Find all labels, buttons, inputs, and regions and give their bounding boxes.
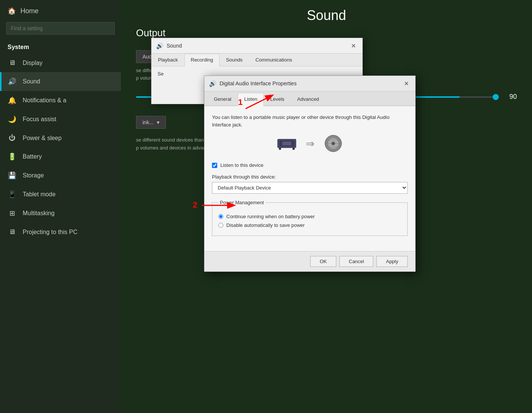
sidebar-item-sound[interactable]: 🔊 Sound xyxy=(0,72,121,91)
sidebar-item-power[interactable]: ⏻ Power & sleep xyxy=(0,129,121,147)
power-icon: ⏻ xyxy=(8,134,17,142)
sidebar: 🏠 Home System 🖥 Display 🔊 Sound 🔔 Notifi… xyxy=(0,0,121,413)
radio-disable-label[interactable]: Disable automatically to save power xyxy=(226,222,305,228)
page-title: Sound xyxy=(136,8,517,23)
sound-dialog-close[interactable]: ✕ xyxy=(349,41,358,50)
sidebar-item-label: Power & sleep xyxy=(23,135,62,142)
arrow-icon: ⇒ xyxy=(306,137,314,150)
projecting-icon: 🖥 xyxy=(8,228,17,236)
tab-playback[interactable]: Playback xyxy=(152,54,184,66)
dai-body: You can listen to a portable music playe… xyxy=(204,106,415,251)
radio-disable-input[interactable] xyxy=(218,223,223,228)
ok-button[interactable]: OK xyxy=(310,256,336,267)
search-input[interactable] xyxy=(6,22,115,35)
sidebar-item-label: Display xyxy=(23,60,42,66)
sidebar-item-focus[interactable]: 🌙 Focus assist xyxy=(0,110,121,129)
sidebar-item-storage[interactable]: 💾 Storage xyxy=(0,166,121,185)
dai-tab-advanced[interactable]: Advanced xyxy=(291,93,326,105)
dai-dialog-footer: OK Cancel Apply xyxy=(204,251,415,271)
listen-checkbox-row: Listen to this device xyxy=(212,162,408,168)
sound-dialog-tabs: Playback Recording Sounds Communications xyxy=(152,54,362,66)
dai-title-bar: 🔊 Digital Audio Interface Properties ✕ xyxy=(204,76,415,91)
link-button[interactable]: ink... ▾ xyxy=(136,116,166,129)
svg-point-4 xyxy=(292,148,295,150)
playback-select[interactable]: Default Playback Device xyxy=(212,182,408,194)
svg-rect-2 xyxy=(282,142,291,145)
sidebar-item-tablet[interactable]: 📱 Tablet mode xyxy=(0,185,121,204)
sound-icon: 🔊 xyxy=(8,77,17,86)
focus-icon: 🌙 xyxy=(8,115,17,123)
radio-disable: Disable automatically to save power xyxy=(218,222,401,228)
system-section-title: System xyxy=(0,39,121,54)
volume-slider-thumb xyxy=(493,94,499,100)
sidebar-item-label: Tablet mode xyxy=(23,191,56,198)
dai-icons-row: ⇒ xyxy=(212,136,408,151)
dai-description: You can listen to a portable music playe… xyxy=(212,114,408,128)
dai-tab-levels[interactable]: Levels xyxy=(264,93,291,105)
dai-dialog: 🔊 Digital Audio Interface Properties ✕ G… xyxy=(204,76,416,272)
radio-continue-label[interactable]: Continue running when on battery power xyxy=(226,214,315,219)
listen-checkbox-label[interactable]: Listen to this device xyxy=(220,162,263,168)
sidebar-item-label: Multitasking xyxy=(23,210,54,217)
sidebar-item-label: Battery xyxy=(23,153,42,160)
radio-continue: Continue running when on battery power xyxy=(218,214,401,219)
home-icon: 🏠 xyxy=(8,7,16,15)
sidebar-item-label: Notifications & a xyxy=(23,97,66,104)
radio-continue-input[interactable] xyxy=(218,214,223,219)
power-mgmt-legend: Power Management xyxy=(218,200,265,205)
sidebar-item-label: Projecting to this PC xyxy=(23,229,77,236)
sidebar-item-multitasking[interactable]: ⊞ Multitasking xyxy=(0,204,121,223)
dai-icon: 🔊 xyxy=(209,80,217,87)
sidebar-item-label: Sound xyxy=(23,78,40,85)
sound-dialog-title: Sound xyxy=(167,43,346,49)
dai-tabs: General Listen Levels Advanced xyxy=(204,91,415,106)
tab-recording[interactable]: Recording xyxy=(184,54,220,66)
link-btn-label: ink... xyxy=(142,119,154,125)
tab-sounds[interactable]: Sounds xyxy=(220,54,249,66)
listen-checkbox[interactable] xyxy=(212,163,217,168)
power-management-group: Power Management Continue running when o… xyxy=(212,200,408,236)
apply-button[interactable]: Apply xyxy=(376,256,408,267)
cancel-button[interactable]: Cancel xyxy=(339,256,373,267)
svg-point-3 xyxy=(279,148,281,150)
sidebar-search-container xyxy=(6,22,115,35)
volume-value: 90 xyxy=(502,93,517,101)
output-device-icon xyxy=(322,136,345,151)
sound-dialog-icon: 🔊 xyxy=(156,42,164,49)
sidebar-item-projecting[interactable]: 🖥 Projecting to this PC xyxy=(0,223,121,241)
dai-close-button[interactable]: ✕ xyxy=(402,79,411,88)
dai-title-text: Digital Audio Interface Properties xyxy=(220,80,399,86)
tablet-icon: 📱 xyxy=(8,190,17,199)
multitasking-icon: ⊞ xyxy=(8,209,17,217)
chevron-down-icon2: ▾ xyxy=(157,119,159,125)
sidebar-item-battery[interactable]: 🔋 Battery xyxy=(0,147,121,166)
home-label: Home xyxy=(20,7,39,15)
storage-icon: 💾 xyxy=(8,171,17,180)
playback-label: Playback through this device: xyxy=(212,174,408,180)
sidebar-item-display[interactable]: 🖥 Display xyxy=(0,54,121,72)
output-subtitle: Output xyxy=(136,27,517,39)
sidebar-item-label: Storage xyxy=(23,172,44,179)
battery-icon: 🔋 xyxy=(8,153,17,161)
sound-dialog-title-bar: 🔊 Sound ✕ xyxy=(152,38,362,54)
display-icon: 🖥 xyxy=(8,59,17,67)
tab-communications[interactable]: Communications xyxy=(249,54,298,66)
sidebar-home[interactable]: 🏠 Home xyxy=(0,0,121,22)
source-device-icon xyxy=(275,136,298,151)
notifications-icon: 🔔 xyxy=(8,96,17,105)
main-content: Sound Output Audio... ▾ se different sou… xyxy=(121,0,532,413)
sidebar-item-label: Focus assist xyxy=(23,116,56,123)
dai-tab-general[interactable]: General xyxy=(207,93,238,105)
dai-tab-listen[interactable]: Listen xyxy=(238,93,264,106)
sidebar-item-notifications[interactable]: 🔔 Notifications & a xyxy=(0,91,121,110)
